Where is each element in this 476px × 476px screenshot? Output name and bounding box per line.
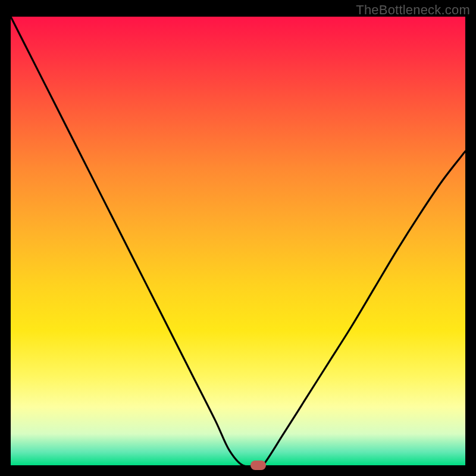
- watermark-text: TheBottleneck.com: [356, 2, 470, 18]
- chart-frame: TheBottleneck.com: [0, 0, 476, 476]
- minimum-marker: [250, 461, 266, 470]
- bottleneck-curve: [11, 17, 465, 465]
- plot-area: [11, 17, 465, 465]
